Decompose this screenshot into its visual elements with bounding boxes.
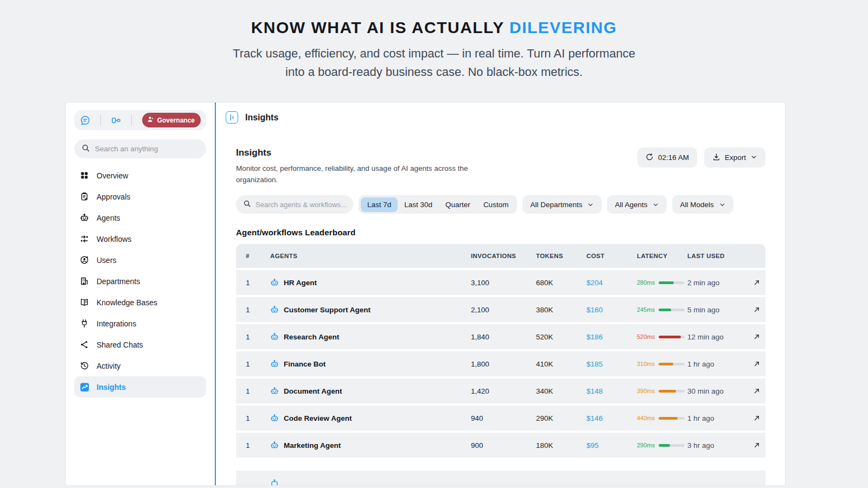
agent-cell: Research Agent <box>270 332 471 341</box>
table-row-partial <box>236 471 765 486</box>
building-icon <box>80 277 90 286</box>
col-cost: COST <box>586 253 637 259</box>
latency-value: 290ms <box>637 442 655 448</box>
sidebar-item-label: Knowledge Bases <box>97 298 157 307</box>
table-header-row: # AGENTS INVOCATIONS TOKENS COST LATENCY… <box>236 244 765 268</box>
latency-value: 440ms <box>637 415 655 421</box>
panel-title: Insights <box>245 113 278 123</box>
last-used-cell: 30 min ago <box>687 387 748 395</box>
open-agent-link-icon[interactable] <box>748 306 765 313</box>
sidebar-item-agents[interactable]: Agents <box>74 207 206 228</box>
export-button[interactable]: Export <box>704 147 765 168</box>
cost-cell: $185 <box>586 360 637 368</box>
agent-cell: Customer Support Agent <box>270 305 471 314</box>
latency-cell: 310ms <box>637 361 687 367</box>
latency-cell: 440ms <box>637 415 687 421</box>
last-refresh-button[interactable]: 02:16 AM <box>637 147 697 168</box>
col-invocations: INVOCATIONS <box>471 253 536 259</box>
latency-cell: 520ms <box>637 333 687 340</box>
agent-name: Document Agent <box>284 387 342 395</box>
sidebar-item-integrations[interactable]: Integrations <box>74 313 206 334</box>
panel-header: Insights <box>226 111 765 124</box>
col-latency: LATENCY <box>637 253 687 259</box>
hero-title-prefix: KNOW WHAT AI IS ACTUALLY <box>251 18 505 36</box>
sidebar-search-input[interactable] <box>95 145 199 153</box>
tab-quarter[interactable]: Quarter <box>439 197 477 212</box>
search-icon <box>243 200 251 210</box>
open-agent-link-icon[interactable] <box>748 279 765 286</box>
robot-icon <box>270 414 279 422</box>
sidebar-item-activity[interactable]: Activity <box>74 355 206 376</box>
sidebar-item-workflows[interactable]: Workflows <box>74 228 206 249</box>
tab-custom[interactable]: Custom <box>477 197 515 212</box>
chart-icon <box>80 382 90 392</box>
hero-subtitle: Track usage, efficiency, and cost impact… <box>0 44 868 81</box>
col-rank: # <box>246 253 270 259</box>
sidebar-item-overview[interactable]: Overview <box>74 165 206 186</box>
open-agent-link-icon[interactable] <box>748 387 765 395</box>
chat-bubble-icon[interactable] <box>80 115 91 126</box>
chevron-down-icon <box>587 201 594 208</box>
clipboard-check-icon <box>80 192 90 202</box>
tab-last-7d[interactable]: Last 7d <box>361 197 398 212</box>
sidebar-item-users[interactable]: Users <box>74 249 206 271</box>
departments-dropdown[interactable]: All Departments <box>522 195 602 214</box>
latency-bar <box>659 281 685 284</box>
agent-cell: HR Agent <box>270 278 471 287</box>
sidebar-item-label: Overview <box>97 171 128 180</box>
tab-last-30d[interactable]: Last 30d <box>398 197 439 212</box>
agent-cell: Code Review Agent <box>270 414 471 422</box>
table-row: 1 HR Agent 3,100 680K $204 280ms 2 min a… <box>236 270 765 295</box>
grid-icon <box>80 171 90 181</box>
sidebar-search[interactable] <box>74 139 206 158</box>
rank-cell: 1 <box>246 360 270 368</box>
latency-bar <box>659 363 685 365</box>
sidebar-item-insights[interactable]: Insights <box>74 376 206 397</box>
robot-icon <box>270 387 279 395</box>
plug-icon <box>80 319 90 329</box>
latency-value: 280ms <box>637 279 655 286</box>
latency-bar <box>659 390 685 393</box>
sidebar-item-approvals[interactable]: Approvals <box>74 186 206 207</box>
filters-row: Last 7d Last 30d Quarter Custom All Depa… <box>236 195 765 214</box>
cost-cell: $95 <box>586 441 637 450</box>
invocations-cell: 900 <box>471 441 536 450</box>
table-row: 1 Finance Bot 1,800 410K $185 310ms 1 hr… <box>236 351 765 376</box>
models-dropdown[interactable]: All Models <box>672 195 733 214</box>
section-description: Monitor cost, performance, reliability, … <box>236 163 481 185</box>
last-used-cell: 1 hr ago <box>687 360 748 368</box>
table-row: 1 Research Agent 1,840 520K $186 520ms 1… <box>236 324 765 349</box>
invocations-cell: 940 <box>471 414 536 422</box>
open-agent-link-icon[interactable] <box>748 441 765 449</box>
open-agent-link-icon[interactable] <box>748 414 765 422</box>
sidebar-item-departments[interactable]: Departments <box>74 271 206 292</box>
invocations-cell: 1,420 <box>471 387 536 395</box>
agent-name: Finance Bot <box>284 360 326 368</box>
sidebar-item-shared-chats[interactable]: Shared Chats <box>74 334 206 355</box>
hero-banner: KNOW WHAT AI IS ACTUALLY DILEVERING Trac… <box>0 0 868 81</box>
agent-name: HR Agent <box>284 279 317 287</box>
table-body: 1 HR Agent 3,100 680K $204 280ms 2 min a… <box>236 270 765 458</box>
rank-cell: 1 <box>246 306 270 314</box>
open-agent-link-icon[interactable] <box>748 333 765 341</box>
sidebar-item-label: Integrations <box>97 319 136 328</box>
latency-value: 520ms <box>637 333 655 340</box>
agent-cell: Document Agent <box>270 387 471 395</box>
leaderboard-title: Agent/workflows Leaderboard <box>236 228 765 237</box>
tokens-cell: 380K <box>536 306 586 314</box>
sidebar-item-knowledge-bases[interactable]: Knowledge Bases <box>74 292 206 313</box>
table-search[interactable] <box>236 195 353 214</box>
open-agent-link-icon[interactable] <box>748 360 765 368</box>
last-used-cell: 5 min ago <box>687 306 748 314</box>
governance-badge[interactable]: Governance <box>142 113 201 127</box>
tokens-cell: 410K <box>536 360 586 368</box>
workflow-builder-icon[interactable] <box>111 115 122 126</box>
toolbar-divider <box>131 115 132 126</box>
agents-dropdown[interactable]: All Agents <box>607 195 667 214</box>
table-search-input[interactable] <box>256 201 346 209</box>
last-used-cell: 12 min ago <box>687 333 748 341</box>
collapse-sidebar-icon[interactable] <box>226 111 238 124</box>
invocations-cell: 3,100 <box>471 279 536 287</box>
table-row: 1 Marketing Agent 900 180K $95 290ms 3 h… <box>236 433 765 458</box>
sidebar-item-label: Approvals <box>97 192 130 201</box>
